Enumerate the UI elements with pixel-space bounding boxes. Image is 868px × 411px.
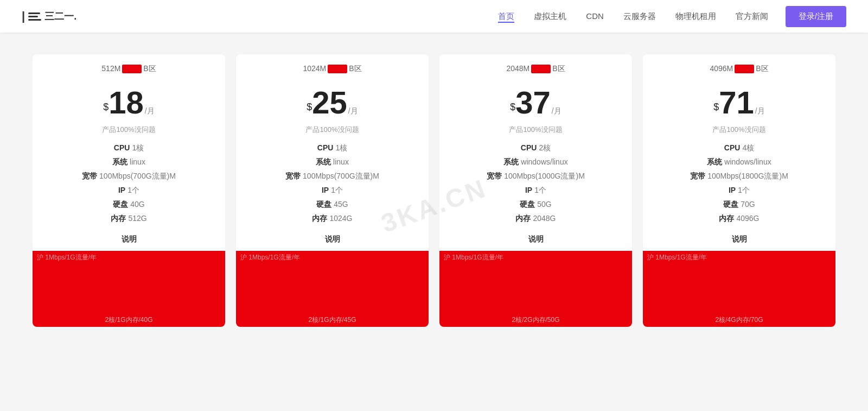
nav-links: 首页 虚拟主机 CDN 云服务器 物理机租用 官方新闻 (498, 11, 768, 22)
price-main-1: 25 (312, 85, 347, 120)
nav-link-cdn[interactable]: CDN (586, 11, 604, 21)
price-currency-0: $ (103, 102, 108, 112)
product-card-0: 512MB区 $18/月 产品100%没问题 CPU1核 系统linux 宽带1… (33, 54, 225, 327)
card-note-3: 说明 (732, 229, 747, 249)
card-subtitle-1: 产品100%没问题 (305, 122, 359, 140)
card-image-area-3[interactable]: 沪 1Mbps/1G流量/年 2核/4G内存/70G (643, 251, 835, 327)
spec-cpu-value-1: 1核 (335, 143, 347, 152)
card-header-2: 2048MB区 (439, 54, 632, 79)
price-currency-1: $ (307, 102, 312, 112)
spec-memory-value-3: 4096G (736, 214, 759, 223)
card-header-3: 4096MB区 (643, 54, 835, 79)
spec-bandwidth-value-1: 100Mbps(700G流量)M (303, 172, 379, 180)
card-specs-1: CPU1核 系统linux 宽带100Mbps(700G流量)M IP1个 硬盘… (236, 140, 429, 229)
spec-cpu-value-0: 1核 (132, 143, 144, 152)
spec-cpu-label-0: CPU (114, 143, 130, 152)
card-badge-red-2 (531, 65, 551, 73)
price-unit-3: /月 (755, 106, 765, 115)
spec-memory-value-0: 512G (128, 214, 146, 223)
card-note-1: 说明 (325, 229, 340, 249)
spec-ip-label-0: IP (118, 186, 125, 194)
nav-item-home[interactable]: 首页 (498, 11, 514, 22)
spec-system-1: 系统linux (247, 157, 418, 167)
login-button[interactable]: 登录/注册 (786, 6, 846, 27)
spec-system-value-1: linux (333, 157, 349, 166)
card-price-2: $37/月 (510, 79, 561, 122)
card-image-text-1: 沪 1Mbps/1G流量/年 (240, 253, 300, 262)
spec-memory-1: 内存1024G (247, 214, 418, 224)
product-card-3: 4096MB区 $71/月 产品100%没问题 CPU4核 系统windows/… (643, 54, 835, 327)
card-image-area-0[interactable]: 沪 1Mbps/1G流量/年 2核/1G内存/40G (33, 251, 225, 327)
spec-bandwidth-0: 宽带100Mbps(700G流量)M (43, 172, 214, 181)
spec-disk-label-2: 硬盘 (520, 200, 535, 208)
spec-bandwidth-3: 宽带100Mbps(1800G流量)M (654, 172, 825, 181)
card-note-2: 说明 (528, 229, 544, 249)
spec-memory-value-1: 1024G (329, 214, 352, 223)
nav-item-news[interactable]: 官方新闻 (736, 11, 768, 22)
spec-cpu-label-2: CPU (521, 143, 537, 152)
card-specs-3: CPU4核 系统windows/linux 宽带100Mbps(1800G流量)… (643, 140, 835, 229)
nav-link-news[interactable]: 官方新闻 (736, 11, 768, 21)
spec-bandwidth-value-0: 100Mbps(700G流量)M (99, 172, 176, 180)
card-badge-red-0 (122, 65, 142, 73)
spec-bandwidth-label-3: 宽带 (690, 172, 705, 180)
spec-ip-value-3: 1个 (738, 186, 750, 194)
brand-line-2 (28, 16, 38, 17)
spec-ip-value-1: 1个 (331, 186, 343, 194)
card-image-area-1[interactable]: 沪 1Mbps/1G流量/年 2核/1G内存/45G (236, 251, 429, 327)
spec-cpu-2: CPU2核 (450, 143, 621, 153)
brand-line-1 (28, 12, 40, 14)
spec-memory-label-2: 内存 (515, 214, 531, 223)
card-image-area-2[interactable]: 沪 1Mbps/1G流量/年 2核/2G内存/50G (439, 251, 632, 327)
spec-memory-label-3: 内存 (719, 214, 734, 223)
spec-memory-0: 内存512G (43, 214, 214, 224)
nav-link-physical[interactable]: 物理机租用 (675, 11, 716, 21)
spec-cpu-3: CPU4核 (654, 143, 825, 153)
product-card-1: 1024MB区 $25/月 产品100%没问题 CPU1核 系统linux 宽带… (236, 54, 429, 327)
spec-bandwidth-2: 宽带100Mbps(1000G流量)M (450, 172, 621, 181)
spec-disk-1: 硬盘45G (247, 200, 418, 210)
card-price-1: $25/月 (307, 79, 358, 122)
price-unit-2: /月 (552, 106, 561, 115)
spec-disk-label-3: 硬盘 (723, 200, 738, 208)
card-image-bottom-3: 2核/4G内存/70G (643, 315, 835, 325)
nav-item-physical[interactable]: 物理机租用 (675, 11, 716, 22)
spec-ip-value-0: 1个 (127, 186, 139, 194)
spec-system-label-2: 系统 (503, 157, 519, 166)
card-header-1: 1024MB区 (236, 54, 429, 79)
spec-bandwidth-label-1: 宽带 (285, 172, 301, 180)
card-price-3: $71/月 (713, 79, 764, 122)
spec-cpu-value-3: 4核 (742, 143, 754, 152)
nav-link-vhost[interactable]: 虚拟主机 (534, 11, 566, 21)
price-main-2: 37 (515, 85, 551, 120)
nav-link-home[interactable]: 首页 (498, 11, 514, 23)
nav-item-cloud[interactable]: 云服务器 (623, 11, 656, 22)
card-note-0: 说明 (122, 229, 137, 249)
spec-system-2: 系统windows/linux (450, 157, 621, 167)
card-subtitle-3: 产品100%没问题 (712, 122, 765, 140)
spec-system-label-3: 系统 (707, 157, 722, 166)
nav-link-cloud[interactable]: 云服务器 (623, 11, 656, 21)
spec-ip-3: IP1个 (654, 186, 825, 195)
spec-ip-label-2: IP (525, 186, 532, 194)
spec-disk-label-1: 硬盘 (316, 200, 331, 208)
main-content: 512MB区 $18/月 产品100%没问题 CPU1核 系统linux 宽带1… (0, 33, 868, 411)
nav-item-vhost[interactable]: 虚拟主机 (534, 11, 566, 22)
card-image-bottom-2: 2核/2G内存/50G (439, 315, 632, 325)
price-currency-2: $ (510, 102, 515, 112)
spec-ip-0: IP1个 (43, 186, 214, 195)
brand: | 三二一. (22, 9, 76, 23)
card-image-bottom-1: 2核/1G内存/45G (236, 315, 429, 325)
price-unit-0: /月 (145, 106, 155, 115)
brand-text: 三二一. (44, 10, 76, 23)
spec-system-label-0: 系统 (112, 157, 127, 166)
spec-ip-label-1: IP (322, 186, 329, 194)
nav-item-cdn[interactable]: CDN (586, 11, 604, 21)
spec-bandwidth-1: 宽带100Mbps(700G流量)M (247, 172, 418, 181)
spec-ip-2: IP1个 (450, 186, 621, 195)
spec-disk-value-2: 50G (537, 200, 551, 208)
price-unit-1: /月 (348, 106, 358, 115)
spec-bandwidth-value-3: 100Mbps(1800G流量)M (707, 172, 788, 180)
price-currency-3: $ (713, 102, 719, 112)
brand-icon: | (22, 9, 25, 23)
